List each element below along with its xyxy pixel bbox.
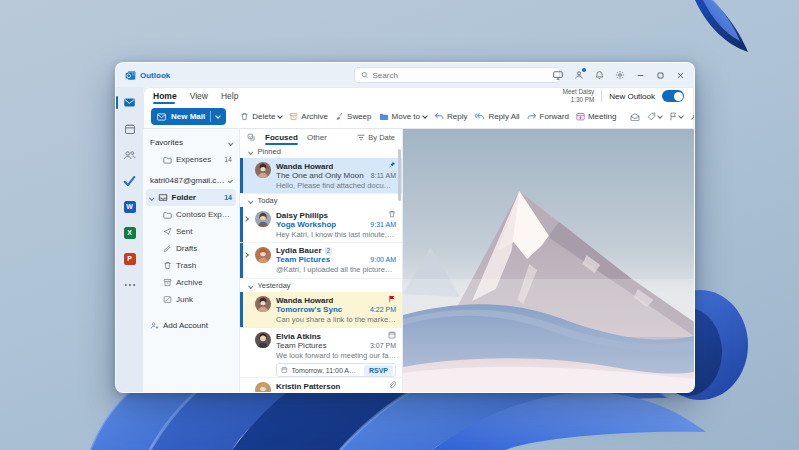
flag-button[interactable] [669,112,683,121]
pin-button[interactable] [690,112,694,121]
chevron-down-icon[interactable] [215,113,221,119]
folder-icon [379,112,389,121]
app-card: Home View Help Meet Daisy1:30 PM New Out… [143,87,694,393]
select-icon[interactable] [247,133,256,142]
sort-by-date[interactable]: By Date [357,133,395,142]
list-scrollbar[interactable] [398,149,401,201]
meeting-reminder[interactable]: Meet Daisy1:30 PM [563,88,595,104]
sidebar-item-folder-selected[interactable]: Folder14 [146,189,236,206]
delete-hover-icon[interactable] [388,210,396,220]
tab-home[interactable]: Home [153,89,177,103]
divider [210,111,211,122]
tab-other[interactable]: Other [307,133,327,142]
email-row-wanda-flagged[interactable]: Wanda Howard Tomorrow's Sync4:22 PM Can … [240,292,402,328]
trash-icon [240,112,249,121]
rail-mail-icon[interactable] [119,92,140,113]
delete-button[interactable]: Delete [240,112,282,121]
junk-label: Junk [176,295,193,304]
open-envelope-icon [630,113,640,121]
ribbon-toolbar: New Mail Delete Archive Sweep Move to Re… [143,105,694,129]
attachment-icon [388,381,396,391]
email-row-daisy[interactable]: Daisy Phillips Yoga Workshop9:31 AM Hey … [240,207,402,243]
settings-gear-icon[interactable] [615,70,625,80]
rail-excel-icon[interactable]: X [119,222,140,243]
add-account-button[interactable]: Add Account [143,317,239,334]
email-row-wanda-pinned[interactable]: Wanda Howard The One and Only Moon8:11 A… [240,158,402,194]
rail-todo-icon[interactable] [119,170,140,191]
search-box[interactable] [354,67,560,83]
calendar-icon[interactable] [388,331,396,341]
sort-label: By Date [368,133,395,142]
folder-icon [163,211,172,219]
folder-label: Folder [172,193,196,202]
new-outlook-toggle[interactable] [662,90,684,102]
sidebar-item-junk[interactable]: Junk [143,291,239,308]
chevron-down-icon [228,140,233,145]
chevron-down-icon [679,113,685,119]
meeting-chip[interactable]: Tomorrow, 11:00 AM (30m) RSVP [276,363,396,377]
search-input[interactable] [373,71,553,80]
sidebar-item-drafts[interactable]: Drafts [143,240,239,257]
profile-badge-icon[interactable] [574,70,584,80]
meeting-button[interactable]: Meeting [576,112,616,121]
avatar [255,296,271,312]
sidebar-item-archive[interactable]: Archive [143,274,239,291]
move-to-button[interactable]: Move to [379,112,427,121]
reply-all-button[interactable]: Reply All [474,112,519,121]
reading-pane[interactable] [403,129,694,393]
sidebar-item-expenses[interactable]: Expenses14 [143,151,239,168]
reply-button[interactable]: Reply [434,112,467,121]
rsvp-button[interactable]: RSVP [364,365,393,376]
expand-conversation-icon[interactable] [244,214,248,223]
tab-help[interactable]: Help [221,89,238,103]
rail-calendar-icon[interactable] [119,118,140,139]
read-unread-button[interactable] [630,113,640,121]
forward-button[interactable]: Forward [527,112,569,121]
section-pinned[interactable]: Pinned [240,145,402,158]
tab-view[interactable]: View [190,89,208,103]
forward-label: Forward [540,112,569,121]
rail-people-icon[interactable] [119,144,140,165]
meeting-reminder-title: Meet Daisy [563,88,595,95]
chevron-down-icon [248,283,253,288]
favorites-header[interactable]: Favorites [143,134,239,151]
unread-bar [240,207,243,242]
account-email: katri0487@gmail.com [150,176,225,185]
meeting-time-label: Tomorrow, 11:00 AM (30m) [292,367,360,374]
sidebar-item-sent[interactable]: Sent [143,223,239,240]
tab-focused[interactable]: Focused [265,133,298,142]
bell-icon[interactable] [595,70,604,80]
filter-icon [357,134,365,141]
email-sender: Lydia Bauer [276,246,322,255]
close-button[interactable] [676,71,685,80]
maximize-button[interactable] [656,71,665,80]
sweep-button[interactable]: Sweep [335,112,371,121]
categorize-button[interactable] [647,112,662,121]
inbox-icon [158,193,168,202]
new-outlook-label: New Outlook [609,92,655,101]
rail-word-icon[interactable]: W [119,196,140,217]
new-mail-button[interactable]: New Mail [151,108,226,125]
new-mail-label: New Mail [171,112,205,121]
email-subject: Team Pictures [276,341,327,350]
notification-dot [582,68,586,72]
section-yesterday[interactable]: Yesterday [240,279,402,292]
section-today[interactable]: Today [240,194,402,207]
archive-button[interactable]: Archive [289,112,328,121]
email-row-kristin[interactable]: Kristin Patterson [240,378,402,393]
add-account-label: Add Account [163,321,208,330]
sidebar-item-trash[interactable]: Trash [143,257,239,274]
pinned-icon[interactable] [388,161,396,171]
section-pinned-label: Pinned [258,147,281,156]
minimize-button[interactable] [636,71,645,80]
email-row-elvia[interactable]: Elvia Atkins Team Pictures3:07 PM We loo… [240,328,402,378]
sidebar-item-contoso-expenses[interactable]: Contoso Expenses [143,206,239,223]
rail-more-apps-icon[interactable] [119,274,140,295]
email-sender: Elvia Atkins [276,332,321,341]
display-icon[interactable] [553,71,563,80]
flag-icon[interactable] [388,295,396,305]
account-header[interactable]: katri0487@gmail.com [143,172,239,189]
email-row-lydia[interactable]: Lydia Bauer2 Team Pictures9:00 AM @Katri… [240,243,402,279]
expand-conversation-icon[interactable] [244,250,248,259]
rail-powerpoint-icon[interactable]: P [119,248,140,269]
